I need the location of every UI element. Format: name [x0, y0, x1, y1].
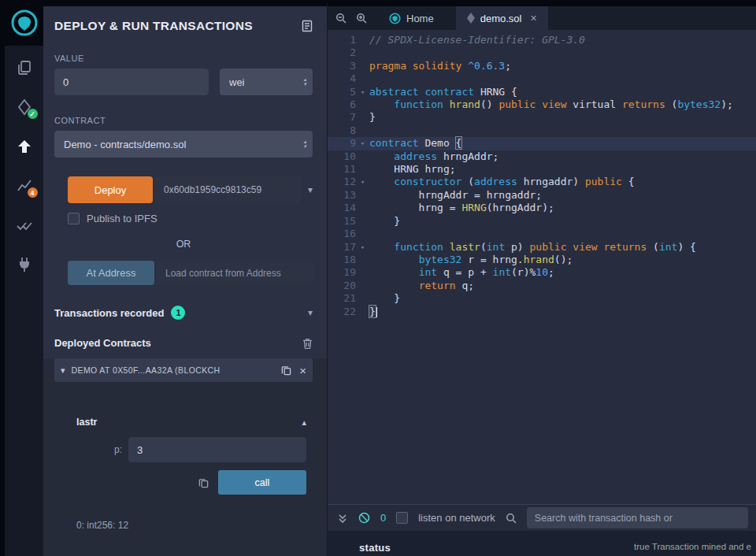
line-number: 22 [328, 306, 356, 318]
param-input[interactable] [128, 437, 306, 462]
code-text: address hrngAddr; [369, 150, 498, 163]
code-text: abstract contract HRNG { [369, 86, 517, 98]
code-text: } [369, 111, 376, 124]
publish-ipfs-checkbox[interactable] [68, 213, 80, 224]
code-lines: 1// SPDX-License-Identifier: GPL-3.023pr… [328, 34, 756, 318]
code-line: 6 function hrand() public view virtual r… [328, 98, 756, 111]
solidity-compiler-icon[interactable]: ✓ [15, 98, 34, 117]
code-text: } [369, 306, 377, 318]
code-text: int q = p + int(r)%10; [369, 266, 554, 279]
line-number: 14 [328, 202, 356, 214]
call-output: 0: int256: 12 [76, 520, 306, 531]
deploy-arg-input[interactable] [155, 176, 302, 203]
fold-gutter [356, 266, 369, 279]
icon-sidebar: ✓ 4 [5, 0, 43, 556]
fold-gutter [356, 254, 369, 266]
fold-gutter [356, 202, 369, 214]
code-text: contract Demo { [369, 137, 461, 150]
fold-icon[interactable]: ▾ [356, 137, 369, 150]
value-label: VALUE [54, 54, 313, 63]
code-line: 15 } [328, 215, 756, 228]
copy-icon[interactable] [198, 477, 209, 488]
or-divider: OR [54, 239, 313, 250]
zoom-in-icon[interactable] [351, 6, 372, 30]
code-line: 3pragma solidity ^0.6.3; [328, 60, 756, 72]
param-label: p: [76, 444, 128, 455]
transactions-recorded-row: Transactions recorded 1 ▾ [54, 306, 313, 320]
code-line: 5▾abstract contract HRNG { [328, 86, 756, 98]
code-line: 13 hrngAddr = hrngaddr; [328, 189, 756, 202]
tab-home[interactable]: Home [378, 6, 445, 30]
docs-icon[interactable] [302, 20, 313, 32]
remix-app: ✓ 4 [0, 0, 756, 556]
fold-gutter [356, 150, 369, 163]
terminal-log[interactable]: status true Transaction mined and e [328, 531, 756, 556]
plugin-manager-icon[interactable] [15, 255, 34, 274]
line-number: 9 [328, 137, 356, 150]
chevron-up-icon[interactable]: ▴ [302, 417, 306, 428]
code-line: 2 [328, 46, 756, 59]
fold-icon[interactable]: ▾ [356, 86, 369, 98]
contract-label: CONTRACT [54, 116, 313, 125]
code-text: function hrand() public view virtual ret… [369, 98, 733, 111]
tab-home-label: Home [406, 13, 434, 24]
code-line: 20 return q; [328, 280, 756, 292]
line-number: 3 [328, 60, 356, 72]
analytics-count-badge: 4 [28, 187, 38, 198]
fold-icon[interactable]: ▾ [356, 241, 369, 254]
line-number: 20 [328, 280, 356, 292]
at-address-input[interactable] [157, 261, 313, 285]
file-explorer-icon[interactable] [15, 58, 34, 77]
page-title: DEPLOY & RUN TRANSACTIONS [54, 19, 302, 33]
tab-demo-sol[interactable]: demo.sol × [456, 6, 548, 30]
deployed-contract-title: DEMO AT 0X50F...AA32A (BLOCKCH [72, 365, 274, 375]
stepper-icon: ▴▾ [303, 139, 306, 149]
trash-icon[interactable] [302, 338, 313, 349]
expand-terminal-icon[interactable] [337, 513, 348, 524]
call-button[interactable]: call [218, 470, 306, 495]
line-number: 16 [328, 228, 356, 240]
fold-icon[interactable]: ▾ [356, 176, 369, 188]
fold-gutter [356, 292, 369, 305]
analytics-icon[interactable]: 4 [15, 176, 34, 195]
chevron-down-icon[interactable]: ▾ [308, 307, 313, 318]
line-number: 19 [328, 266, 356, 279]
stepper-icon: ▴▾ [303, 77, 306, 87]
chevron-down-icon[interactable]: ▾ [308, 184, 313, 195]
code-text: } [369, 215, 400, 228]
code-text: // SPDX-License-Identifier: GPL-3.0 [369, 34, 585, 46]
at-address-button[interactable]: At Address [68, 261, 154, 285]
line-number: 18 [328, 254, 356, 266]
value-input[interactable] [54, 69, 209, 95]
close-icon[interactable]: × [299, 365, 306, 376]
zoom-out-icon[interactable] [328, 6, 351, 30]
copy-icon[interactable] [281, 365, 291, 376]
unit-select-value: wei [229, 76, 303, 88]
deploy-button[interactable]: Deploy [68, 176, 153, 203]
code-editor[interactable]: 1// SPDX-License-Identifier: GPL-3.023pr… [328, 30, 756, 504]
contract-select[interactable]: Demo - contracts/demo.sol ▴▾ [54, 131, 313, 158]
unit-testing-icon[interactable] [15, 216, 34, 235]
fold-gutter [356, 215, 369, 228]
line-number: 11 [328, 163, 356, 176]
clear-console-icon[interactable] [358, 512, 370, 524]
line-number: 1 [328, 34, 356, 46]
line-number: 10 [328, 150, 356, 163]
search-icon [506, 513, 517, 524]
code-line: 7} [328, 111, 756, 124]
listen-network-checkbox[interactable] [396, 512, 408, 524]
tx-status-label: status [359, 542, 391, 554]
terminal-toolbar: 0 listen on network [328, 504, 756, 531]
remix-logo[interactable] [5, 0, 43, 46]
code-line: 22} [328, 306, 756, 318]
close-icon[interactable]: × [530, 13, 536, 24]
code-text: hrngAddr = hrngaddr; [369, 189, 542, 202]
fold-gutter [356, 280, 369, 292]
chevron-down-icon: ▾ [61, 365, 65, 376]
fold-gutter [356, 111, 369, 124]
unit-select[interactable]: wei ▴▾ [220, 69, 313, 95]
deployed-contract-header[interactable]: ▾ DEMO AT 0X50F...AA32A (BLOCKCH × [54, 358, 313, 382]
code-line: 21 } [328, 292, 756, 305]
deploy-run-icon[interactable] [15, 137, 34, 156]
terminal-search-input[interactable] [527, 507, 748, 528]
